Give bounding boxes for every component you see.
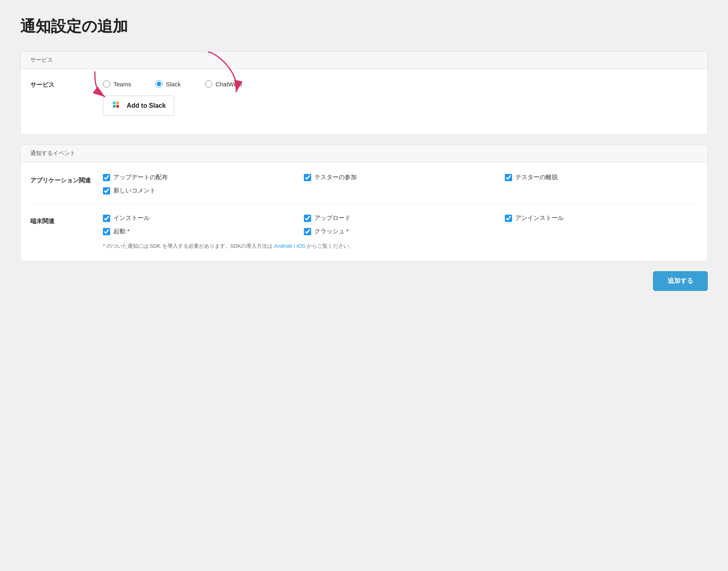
svg-rect-4 — [116, 102, 119, 105]
checkbox-upload-input[interactable] — [304, 215, 311, 222]
checkbox-crash-label: クラッシュ * — [314, 228, 349, 235]
radio-chatwork[interactable]: ChatWork — [205, 80, 242, 88]
checkbox-crash-input[interactable] — [304, 228, 311, 235]
ios-link[interactable]: iOS — [297, 243, 305, 249]
device-events-content: インストール アップロード アンインストール 起動 * — [103, 214, 698, 250]
note-suffix: からご覧ください。 — [307, 243, 354, 249]
device-events-label: 端末関連 — [30, 214, 103, 225]
checkbox-launch-input[interactable] — [103, 228, 110, 235]
checkbox-update-dist[interactable]: アップデートの配布 — [103, 174, 296, 181]
svg-rect-5 — [116, 105, 119, 108]
page-title: 通知設定の追加 — [20, 16, 708, 37]
app-events-content: アップデートの配布 テスターの参加 テスターの離脱 新しいコメント — [103, 174, 698, 195]
events-section-header: 通知するイベント — [21, 145, 707, 162]
events-section: 通知するイベント アプリケーション関連 アップデートの配布 テスターの参加 — [20, 144, 708, 261]
checkbox-new-comment[interactable]: 新しいコメント — [103, 187, 296, 195]
add-to-slack-button[interactable]: Add to Slack — [103, 96, 174, 116]
checkbox-tester-join[interactable]: テスターの参加 — [304, 174, 497, 181]
radio-group: Teams Slack ChatWork — [103, 80, 698, 88]
checkbox-tester-leave-input[interactable] — [505, 174, 512, 181]
add-to-slack-label: Add to Slack — [127, 102, 166, 109]
submit-button[interactable]: 追加する — [653, 271, 708, 291]
checkbox-new-comment-label: 新しいコメント — [113, 187, 156, 195]
checkbox-tester-leave-label: テスターの離脱 — [515, 174, 558, 181]
service-section-header: サービス — [21, 52, 707, 69]
radio-slack-label: Slack — [166, 81, 181, 88]
checkbox-install[interactable]: インストール — [103, 214, 296, 222]
radio-teams-label: Teams — [113, 81, 131, 88]
radio-teams[interactable]: Teams — [103, 80, 131, 88]
checkbox-uninstall-input[interactable] — [505, 215, 512, 222]
checkbox-upload[interactable]: アップロード — [304, 214, 497, 222]
footer: 追加する — [20, 271, 708, 291]
checkbox-tester-join-input[interactable] — [304, 174, 311, 181]
checkbox-uninstall[interactable]: アンインストール — [505, 214, 698, 222]
svg-rect-2 — [113, 102, 116, 105]
device-events-grid: インストール アップロード アンインストール 起動 * — [103, 214, 698, 235]
checkbox-launch[interactable]: 起動 * — [103, 228, 296, 235]
radio-teams-input[interactable] — [103, 80, 110, 88]
app-events-grid: アップデートの配布 テスターの参加 テスターの離脱 新しいコメント — [103, 174, 698, 195]
service-section: サービス サービス Teams — [20, 51, 708, 135]
checkbox-upload-label: アップロード — [314, 214, 351, 222]
checkbox-update-dist-input[interactable] — [103, 174, 110, 181]
slack-logo-icon — [111, 100, 123, 111]
radio-chatwork-label: ChatWork — [215, 81, 242, 88]
note-prefix: * のついた通知には SDK を導入する必要があります。SDKの導入方法は — [103, 243, 272, 249]
checkbox-new-comment-input[interactable] — [103, 187, 110, 195]
checkbox-crash[interactable]: クラッシュ * — [304, 228, 497, 235]
checkbox-update-dist-label: アップデートの配布 — [113, 174, 168, 181]
sdk-note: * のついた通知には SDK を導入する必要があります。SDKの導入方法は An… — [103, 243, 698, 250]
service-form-content: Teams Slack ChatWork — [103, 80, 698, 116]
checkbox-tester-join-label: テスターの参加 — [314, 174, 357, 181]
note-separator: / — [293, 243, 296, 249]
checkbox-launch-label: 起動 * — [113, 228, 130, 235]
radio-chatwork-input[interactable] — [205, 80, 212, 88]
app-events-label: アプリケーション関連 — [30, 174, 103, 184]
radio-slack[interactable]: Slack — [155, 80, 181, 88]
svg-rect-3 — [113, 105, 116, 108]
checkbox-uninstall-label: アンインストール — [515, 214, 564, 222]
service-label: サービス — [30, 80, 103, 89]
radio-slack-input[interactable] — [155, 80, 163, 88]
checkbox-install-label: インストール — [113, 214, 150, 222]
android-link[interactable]: Android — [274, 243, 292, 249]
checkbox-install-input[interactable] — [103, 215, 110, 222]
section-divider — [30, 204, 698, 205]
checkbox-tester-leave[interactable]: テスターの離脱 — [505, 174, 698, 181]
